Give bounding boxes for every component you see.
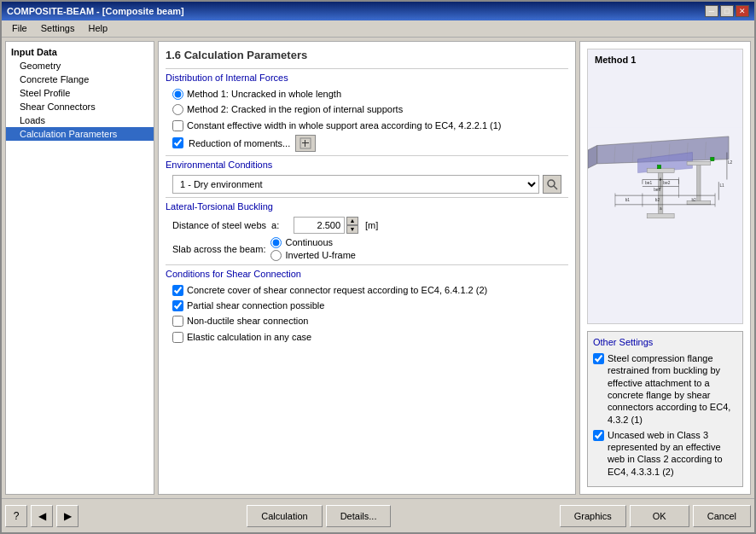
sidebar-item-geometry[interactable]: Geometry	[6, 59, 154, 73]
reduction-label: Reduction of moments...	[189, 137, 290, 149]
sidebar-item-loads[interactable]: Loads	[6, 113, 154, 127]
distance-row: Distance of steel webs a: ▲ ▼ [m]	[172, 217, 561, 234]
sidebar-item-steel-profile[interactable]: Steel Profile	[6, 86, 154, 100]
diagram-area: Method 1	[587, 49, 743, 324]
shear-cb1-label: Concrete cover of shear connector reques…	[187, 284, 487, 296]
svg-rect-2	[305, 140, 305, 147]
other-cb1[interactable]	[593, 353, 604, 364]
distance-spin-up[interactable]: ▲	[346, 217, 358, 225]
details-button[interactable]: Details...	[326, 505, 392, 527]
forward-button[interactable]: ▶	[56, 505, 79, 527]
sidebar-section-label: Input Data	[6, 45, 154, 59]
other-settings-title: Other Settings	[593, 337, 737, 347]
shear-cb3[interactable]	[172, 316, 183, 327]
bottom-bar: ? ◀ ▶ Calculation Details... Graphics OK…	[2, 498, 754, 532]
slab-inverted-radio[interactable]	[270, 250, 282, 261]
diagram-method-label: Method 1	[595, 55, 636, 65]
env-title: Environmental Conditions	[166, 155, 568, 170]
svg-rect-17	[647, 213, 674, 218]
slab-continuous-label: Continuous	[285, 237, 333, 247]
slab-continuous-radio[interactable]	[270, 237, 282, 248]
shear-cb1[interactable]	[172, 285, 183, 296]
menu-settings[interactable]: Settings	[34, 22, 82, 35]
constant-width-row: Constant effective width in whole suppor…	[172, 119, 561, 131]
back-icon: ◀	[38, 510, 46, 522]
svg-rect-22	[711, 157, 714, 160]
svg-rect-21	[657, 165, 660, 168]
title-bar-buttons: ─ □ ✕	[705, 5, 749, 17]
shear-cb4[interactable]	[172, 332, 183, 343]
slab-continuous-option[interactable]: Continuous	[270, 237, 356, 248]
env-row: 1 - Dry environment 2 - Humid environmen…	[172, 175, 561, 194]
bottom-left-buttons: ? ◀ ▶	[5, 505, 79, 527]
svg-rect-18	[697, 164, 701, 202]
method1-option[interactable]: Method 1: Uncracked in whole length	[172, 88, 568, 100]
sidebar: Input Data Geometry Concrete Flange Stee…	[5, 41, 154, 495]
forward-icon: ▶	[64, 510, 72, 522]
close-button[interactable]: ✕	[736, 5, 749, 17]
maximize-button[interactable]: □	[720, 5, 734, 17]
method1-radio[interactable]	[172, 89, 183, 100]
other-cb2-row: Uncased web in Class 3 represented by an…	[593, 429, 737, 478]
distribution-radio-group: Method 1: Uncracked in whole length Meth…	[172, 88, 568, 116]
help-button[interactable]: ?	[5, 505, 27, 527]
distance-input[interactable]	[294, 217, 345, 234]
help-icon: ?	[14, 510, 20, 522]
slab-radios: Continuous Inverted U-frame	[270, 237, 356, 261]
method2-label: Method 2: Cracked in the region of inter…	[187, 103, 403, 115]
bottom-center-buttons: Calculation Details...	[247, 505, 391, 527]
sidebar-item-concrete-flange[interactable]: Concrete Flange	[6, 73, 154, 86]
svg-rect-20	[687, 201, 711, 205]
constant-width-label: Constant effective width in whole suppor…	[187, 119, 502, 131]
shear-cb2[interactable]	[172, 300, 183, 311]
shear-title: Conditions for Shear Connection	[166, 264, 568, 279]
distance-input-group: ▲ ▼	[294, 217, 358, 234]
menu-file[interactable]: File	[5, 22, 34, 35]
main-window: COMPOSITE-BEAM - [Composite beam] ─ □ ✕ …	[0, 0, 756, 534]
minimize-button[interactable]: ─	[705, 5, 718, 17]
shear-cb3-row: Non-ductile shear connection	[172, 315, 561, 327]
svg-text:b2: b2	[655, 198, 660, 202]
shear-cb2-row: Partial shear connection possible	[172, 299, 561, 311]
svg-rect-19	[687, 161, 711, 165]
svg-text:be1: be1	[645, 181, 652, 185]
content-area: Input Data Geometry Concrete Flange Stee…	[2, 38, 754, 498]
beam-diagram-svg: be1 be2 beff b1	[588, 49, 742, 323]
distance-spinner: ▲ ▼	[346, 217, 358, 234]
svg-text:beff: beff	[654, 188, 661, 192]
title-bar: COMPOSITE-BEAM - [Composite beam] ─ □ ✕	[2, 2, 754, 20]
slab-label: Slab across the beam:	[172, 244, 265, 254]
sidebar-item-shear-connectors[interactable]: Shear Connectors	[6, 100, 154, 113]
env-search-button[interactable]	[543, 175, 561, 194]
distance-label: Distance of steel webs	[172, 220, 266, 230]
reduction-checkbox[interactable]	[172, 137, 183, 148]
slab-inverted-option[interactable]: Inverted U-frame	[270, 250, 356, 261]
shear-cb4-row: Elastic calculation in any case	[172, 331, 561, 343]
svg-text:be2: be2	[663, 181, 670, 185]
shear-cb2-label: Partial shear connection possible	[187, 299, 324, 311]
env-select[interactable]: 1 - Dry environment 2 - Humid environmen…	[172, 175, 539, 194]
sidebar-item-calculation-parameters[interactable]: Calculation Parameters	[6, 127, 154, 141]
menu-help[interactable]: Help	[81, 22, 114, 35]
calculation-button[interactable]: Calculation	[247, 505, 322, 527]
method2-option[interactable]: Method 2: Cracked in the region of inter…	[172, 103, 568, 115]
ok-button[interactable]: OK	[630, 505, 689, 527]
back-button[interactable]: ◀	[31, 505, 53, 527]
reduction-button[interactable]	[295, 135, 316, 152]
other-settings-panel: Other Settings Steel compression flange …	[587, 331, 743, 487]
graphics-button[interactable]: Graphics	[560, 505, 626, 527]
distance-spin-down[interactable]: ▼	[346, 225, 358, 234]
slab-row: Slab across the beam: Continuous Inverte…	[172, 237, 561, 261]
right-panel: Method 1	[579, 41, 751, 495]
cancel-button[interactable]: Cancel	[693, 505, 751, 527]
distribution-title: Distribution of Internal Forces	[166, 68, 568, 83]
distance-a-label: a:	[271, 220, 288, 230]
other-cb2[interactable]	[593, 430, 604, 441]
constant-width-checkbox[interactable]	[172, 120, 183, 131]
reduction-row: Reduction of moments...	[172, 135, 561, 152]
search-icon	[546, 178, 558, 190]
lt-title: Lateral-Torsional Buckling	[166, 197, 568, 212]
svg-text:L2: L2	[728, 160, 733, 165]
method2-radio[interactable]	[172, 104, 183, 115]
calc-area: 1.6 Calculation Parameters Distribution …	[158, 41, 751, 495]
